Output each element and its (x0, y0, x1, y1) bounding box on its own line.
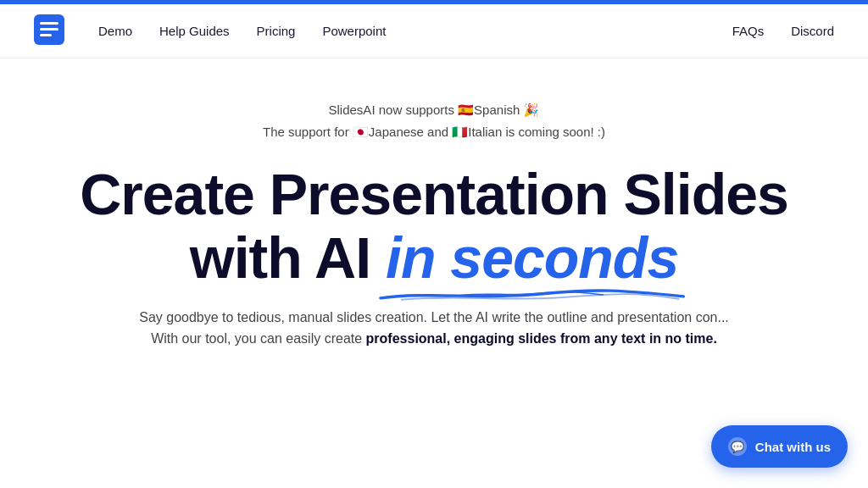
chat-widget-icon: 💬 (728, 437, 747, 456)
nav-right: FAQs Discord (732, 24, 834, 38)
main-content: SlidesAI now supports 🇪🇸Spanish 🎉 The su… (0, 58, 868, 350)
announcement-line2: The support for 🇯🇵Japanese and 🇮🇹Italian… (263, 121, 605, 143)
announcement-line1: SlidesAI now supports 🇪🇸Spanish 🎉 (263, 99, 605, 121)
hero-title: Create Presentation Slides with AI in se… (80, 163, 788, 290)
hero-subtitle-part1: Say goodbye to tedious, manual slides cr… (139, 310, 717, 324)
hero-title-part2: with AI (190, 225, 386, 290)
hero-subtitle: Say goodbye to tedious, manual slides cr… (139, 307, 729, 350)
nav-link-faqs[interactable]: FAQs (732, 24, 765, 38)
logo-icon (34, 14, 64, 45)
hero-subtitle-part2: With our tool, you can easily create (151, 331, 365, 346)
hero-title-highlight: in seconds (386, 226, 678, 290)
nav-link-pricing[interactable]: Pricing (257, 24, 296, 38)
hero-title-part1: Create Presentation Slides (80, 162, 788, 226)
chat-widget[interactable]: 💬 Chat with us (711, 425, 848, 468)
nav-link-demo[interactable]: Demo (98, 24, 132, 38)
svg-rect-3 (40, 34, 52, 36)
logo[interactable] (34, 14, 64, 48)
nav-left: Demo Help Guides Pricing Powerpoint (98, 24, 732, 38)
underline-decoration (377, 288, 687, 302)
nav-link-discord[interactable]: Discord (791, 24, 834, 38)
nav-link-powerpoint[interactable]: Powerpoint (322, 24, 386, 38)
chat-widget-label: Chat with us (755, 440, 831, 454)
hero-subtitle-bold: professional, engaging slides from any t… (366, 331, 717, 346)
nav-link-help-guides[interactable]: Help Guides (159, 24, 230, 38)
announcement: SlidesAI now supports 🇪🇸Spanish 🎉 The su… (263, 99, 605, 142)
navigation: Demo Help Guides Pricing Powerpoint FAQs… (0, 4, 868, 58)
svg-rect-2 (40, 28, 58, 30)
svg-rect-1 (40, 22, 58, 25)
